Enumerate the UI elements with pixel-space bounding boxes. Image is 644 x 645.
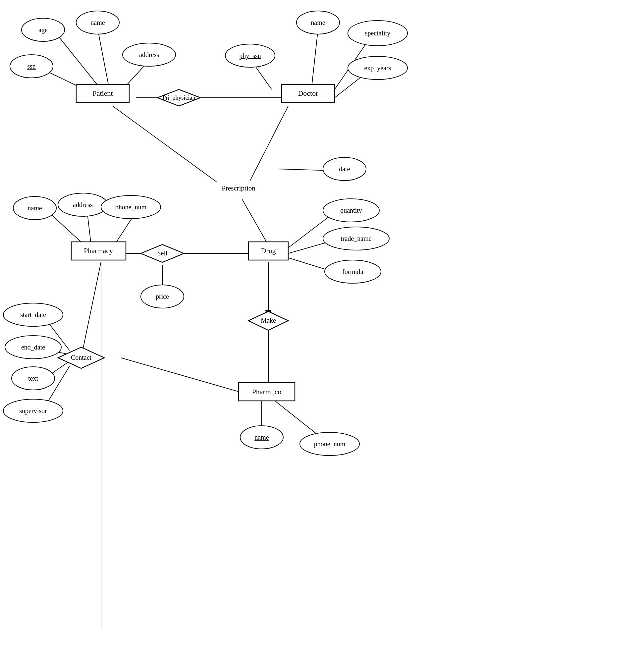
svg-line-20: [114, 215, 134, 245]
pharmacy-label: Pharmacy: [84, 246, 113, 255]
speciality-label: speciality: [365, 29, 391, 37]
trade-name-label: trade_name: [341, 235, 371, 242]
svg-line-32: [121, 358, 242, 393]
svg-line-18: [51, 215, 84, 245]
start-date-label: start_date: [20, 311, 46, 318]
er-diagram: Patient Doctor Pharmacy Drug Pharm_co Pr…: [0, 0, 644, 645]
svg-line-0: [58, 36, 101, 89]
pharmacy-name-label: name: [27, 204, 42, 212]
ssn-label: ssn: [27, 63, 36, 70]
patient-address-label: address: [139, 51, 159, 58]
date-label: date: [339, 165, 350, 173]
doctor-label: Doctor: [298, 89, 318, 97]
svg-line-13: [242, 199, 268, 245]
patient-label: Patient: [92, 89, 113, 97]
pharmco-label: Pharm_co: [252, 388, 281, 396]
svg-line-4: [311, 29, 318, 89]
svg-line-11: [113, 106, 217, 182]
price-label: price: [156, 293, 169, 300]
doctor-name-label: name: [311, 19, 325, 26]
age-label: age: [38, 26, 48, 34]
pharmacy-address-label: address: [73, 201, 93, 208]
exp-years-label: exp_years: [364, 64, 391, 72]
end-date-label: end_date: [21, 344, 45, 351]
svg-line-1: [98, 29, 109, 89]
supervisor-label: supervisor: [19, 407, 47, 415]
patient-name-label: name: [90, 19, 105, 26]
pharmco-name-label: name: [254, 434, 269, 441]
contact-label: Contact: [71, 354, 92, 361]
make-label: Make: [261, 317, 276, 324]
pri-physician-label: Pri_physician: [163, 94, 195, 101]
prescription-label: Prescription: [222, 184, 255, 192]
pharmco-phone-label: phone_num: [314, 440, 346, 448]
svg-line-31: [81, 262, 101, 358]
formula-label: formula: [342, 268, 363, 275]
drug-label: Drug: [261, 246, 276, 255]
pharmacy-phone-label: phone_num: [115, 203, 147, 211]
text-label: text: [28, 375, 38, 382]
sell-label: Sell: [157, 249, 168, 257]
quantity-label: quantity: [340, 207, 362, 214]
phy-ssn-label: phy_ssn: [239, 52, 261, 60]
